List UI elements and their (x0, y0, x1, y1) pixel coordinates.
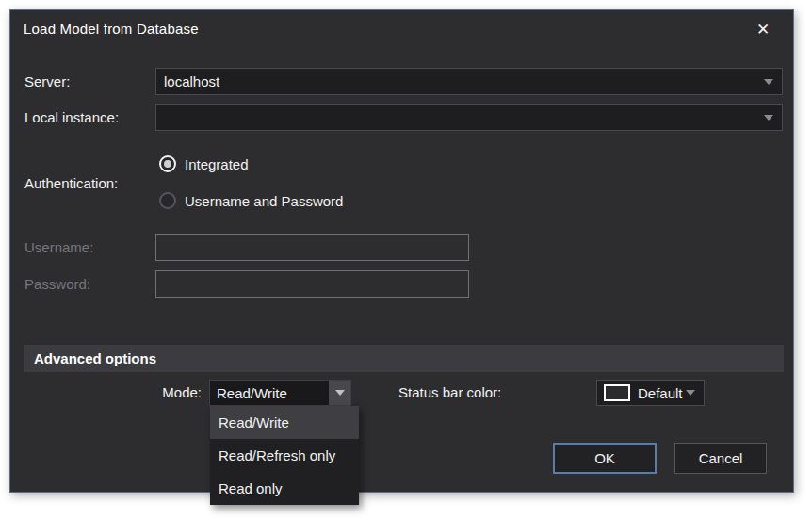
chevron-down-icon (686, 390, 695, 396)
local-instance-combobox[interactable] (155, 104, 783, 131)
chevron-down-icon (764, 79, 773, 85)
mode-dropdown-list: Read/Write Read/Refresh only Read only (210, 406, 359, 505)
close-icon[interactable]: ✕ (750, 18, 776, 42)
color-swatch (604, 384, 630, 401)
mode-option-read-refresh-only[interactable]: Read/Refresh only (210, 439, 359, 472)
radio-selected-icon (159, 155, 176, 172)
radio-integrated-label: Integrated (185, 156, 249, 172)
mode-combobox[interactable]: Read/Write (209, 380, 351, 406)
mode-dropdown-button[interactable] (329, 381, 350, 405)
radio-username-password[interactable]: Username and Password (159, 187, 343, 214)
username-field[interactable] (155, 234, 469, 261)
dialog-title: Load Model from Database (24, 21, 199, 37)
mode-option-read-write[interactable]: Read/Write (210, 406, 359, 439)
server-combobox[interactable]: localhost (155, 68, 783, 95)
mode-option-read-only[interactable]: Read only (210, 472, 359, 505)
radio-integrated[interactable]: Integrated (159, 151, 249, 177)
status-bar-color-label: Status bar color: (398, 380, 501, 406)
status-bar-color-value: Default (630, 385, 686, 401)
mode-value: Read/Write (210, 381, 329, 405)
ok-button[interactable]: OK (553, 443, 657, 474)
mode-label: Mode: (152, 380, 202, 406)
username-label: Username: (24, 234, 93, 261)
advanced-options-header: Advanced options (24, 345, 784, 372)
chevron-down-icon (764, 115, 773, 121)
status-bar-color-combobox[interactable]: Default (596, 380, 705, 406)
radio-username-password-label: Username and Password (185, 193, 343, 209)
load-model-dialog: Load Model from Database ✕ Server: local… (9, 9, 794, 493)
cancel-button[interactable]: Cancel (674, 443, 767, 474)
server-label: Server: (24, 68, 70, 95)
radio-unselected-icon (159, 192, 176, 209)
chevron-down-icon (335, 390, 345, 396)
password-field[interactable] (155, 270, 469, 298)
server-value: localhost (156, 73, 764, 89)
password-label: Password: (24, 270, 90, 298)
authentication-label: Authentication: (24, 170, 118, 197)
local-instance-label: Local instance: (24, 104, 119, 131)
